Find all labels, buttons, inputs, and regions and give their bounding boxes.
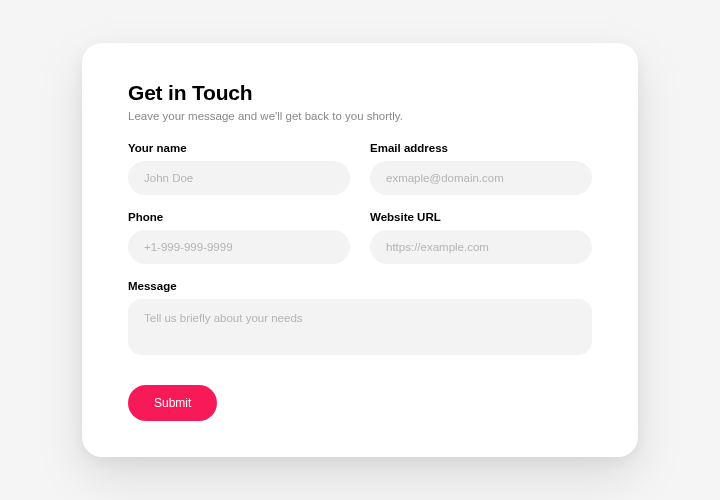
phone-input[interactable]	[128, 230, 350, 264]
field-email: Email address	[370, 142, 592, 195]
message-input[interactable]	[128, 299, 592, 355]
field-message: Message	[128, 280, 592, 355]
form-row-2: Phone Website URL	[128, 211, 592, 264]
website-input[interactable]	[370, 230, 592, 264]
email-input[interactable]	[370, 161, 592, 195]
submit-button[interactable]: Submit	[128, 385, 217, 421]
field-website: Website URL	[370, 211, 592, 264]
page-subtitle: Leave your message and we'll get back to…	[128, 110, 592, 122]
form-row-1: Your name Email address	[128, 142, 592, 195]
page-title: Get in Touch	[128, 81, 592, 105]
website-label: Website URL	[370, 211, 592, 223]
phone-label: Phone	[128, 211, 350, 223]
contact-card: Get in Touch Leave your message and we'l…	[82, 43, 638, 457]
name-label: Your name	[128, 142, 350, 154]
email-label: Email address	[370, 142, 592, 154]
message-label: Message	[128, 280, 592, 292]
field-name: Your name	[128, 142, 350, 195]
form-row-3: Message	[128, 280, 592, 355]
name-input[interactable]	[128, 161, 350, 195]
field-phone: Phone	[128, 211, 350, 264]
